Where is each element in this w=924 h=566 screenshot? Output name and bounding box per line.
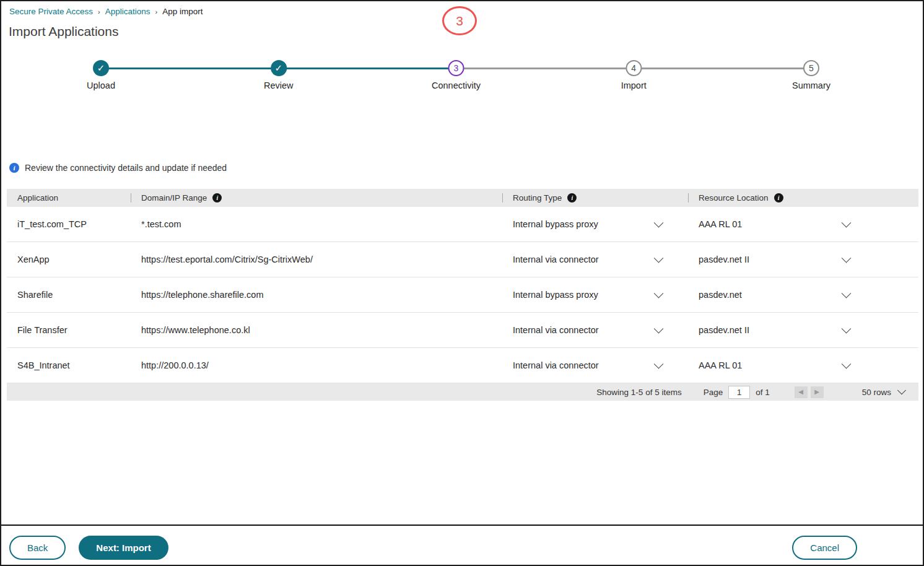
- previous-page-icon: ◀: [798, 389, 803, 395]
- column-info-icon[interactable]: i: [567, 193, 577, 202]
- cell-domain: https://www.telephone.co.kl: [131, 313, 502, 347]
- pagination-of-label: of 1: [756, 388, 770, 397]
- cell-resource-location[interactable]: AAA RL 01: [688, 348, 918, 383]
- application-value: Sharefile: [17, 290, 53, 300]
- rows-per-page-value[interactable]: 50 rows: [862, 388, 891, 397]
- breadcrumb-item-secure-private-access[interactable]: Secure Private Access: [9, 7, 93, 16]
- dropdown-chevron-down-icon[interactable]: [842, 218, 852, 228]
- cell-domain: http://200.0.0.13/: [131, 348, 502, 383]
- stepper-step-import: 4Import: [621, 60, 647, 90]
- cell-application: iT_test.com_TCP: [7, 207, 131, 242]
- footer-actions: Back Next: Import Cancel: [9, 534, 915, 560]
- breadcrumb: Secure Private Access›Applications›App i…: [9, 7, 203, 16]
- dropdown-chevron-down-icon[interactable]: [654, 253, 664, 263]
- table-row: Sharefilehttps://telephone.sharefile.com…: [7, 277, 918, 313]
- table-row: File Transferhttps://www.telephone.co.kl…: [7, 313, 918, 348]
- table-row: XenApphttps://test.eportal.com/Citrix/Sg…: [7, 242, 918, 277]
- page-title: Import Applications: [9, 24, 118, 39]
- domain-value: https://www.telephone.co.kl: [141, 325, 250, 335]
- domain-value: https://test.eportal.com/Citrix/Sg-Citri…: [141, 255, 313, 264]
- next-import-button[interactable]: Next: Import: [79, 536, 168, 560]
- cell-domain: https://telephone.sharefile.com: [131, 277, 502, 312]
- breadcrumb-item-app-import: App import: [162, 7, 203, 16]
- cell-domain: https://test.eportal.com/Citrix/Sg-Citri…: [131, 242, 502, 277]
- cell-routing-type[interactable]: Internal bypass proxy: [502, 207, 688, 242]
- back-button[interactable]: Back: [9, 536, 66, 560]
- resource-location-value: pasdev.net II: [699, 255, 749, 264]
- table-row: iT_test.com_TCP*.test.comInternal bypass…: [7, 207, 918, 242]
- cell-routing-type[interactable]: Internal via connector: [502, 242, 688, 277]
- pagination-showing-text: Showing 1-5 of 5 items: [596, 388, 681, 397]
- info-icon: i: [9, 163, 19, 173]
- next-page-button[interactable]: ▶: [811, 386, 824, 398]
- table-body: iT_test.com_TCP*.test.comInternal bypass…: [7, 207, 918, 383]
- application-value: XenApp: [17, 255, 50, 264]
- column-header-application: Application: [7, 189, 131, 207]
- wizard-stepper: ✓Upload✓Review3Connectivity4Import5Summa…: [101, 60, 811, 94]
- step-number-circle: 3: [448, 60, 464, 76]
- breadcrumb-separator: ›: [155, 8, 158, 15]
- step-label: Connectivity: [432, 81, 481, 90]
- stepper-step-connectivity: 3Connectivity: [432, 60, 481, 90]
- rows-per-page-chevron-down-icon[interactable]: [897, 386, 906, 394]
- page-number-input[interactable]: [728, 386, 750, 399]
- column-header-label: Domain/IP Range: [141, 193, 207, 202]
- application-value: S4B_Intranet: [17, 360, 70, 370]
- stepper-step-summary: 5Summary: [792, 60, 830, 90]
- step-completed-check-icon: ✓: [271, 60, 287, 76]
- cell-resource-location[interactable]: pasdev.net II: [688, 313, 918, 347]
- column-header-domain-ip-range: Domain/IP Rangei: [131, 189, 502, 207]
- column-info-icon[interactable]: i: [774, 193, 783, 202]
- pagination-bar: Showing 1-5 of 5 items Page of 1 ◀ ▶ 50 …: [7, 383, 918, 401]
- cell-resource-location[interactable]: pasdev.net: [688, 277, 918, 312]
- cell-domain: *.test.com: [131, 207, 502, 242]
- routing-type-value: Internal bypass proxy: [513, 290, 598, 300]
- cell-resource-location[interactable]: pasdev.net II: [688, 242, 918, 277]
- step-label: Review: [264, 81, 294, 90]
- table-row: S4B_Intranethttp://200.0.0.13/Internal v…: [7, 348, 918, 383]
- connectivity-table: ApplicationDomain/IP RangeiRouting Typei…: [7, 189, 918, 401]
- cell-routing-type[interactable]: Internal via connector: [502, 313, 688, 347]
- column-header-resource-location: Resource Locationi: [688, 189, 918, 207]
- dropdown-chevron-down-icon[interactable]: [654, 324, 664, 334]
- cell-routing-type[interactable]: Internal bypass proxy: [502, 277, 688, 312]
- annotation-number: 3: [456, 14, 463, 28]
- step-number-circle: 5: [803, 60, 819, 76]
- resource-location-value: pasdev.net II: [699, 325, 749, 335]
- dropdown-chevron-down-icon[interactable]: [842, 324, 852, 334]
- stepper-step-review: ✓Review: [264, 60, 294, 90]
- stepper-step-upload: ✓Upload: [87, 60, 115, 90]
- breadcrumb-item-applications[interactable]: Applications: [105, 7, 150, 16]
- dropdown-chevron-down-icon[interactable]: [654, 218, 664, 228]
- column-info-icon[interactable]: i: [212, 193, 222, 202]
- dropdown-chevron-down-icon[interactable]: [654, 289, 664, 298]
- routing-type-value: Internal via connector: [513, 360, 599, 370]
- cell-application: XenApp: [7, 242, 131, 277]
- step-number-circle: 4: [625, 60, 642, 76]
- previous-page-button[interactable]: ◀: [795, 386, 808, 398]
- info-banner-text: Review the connectivity details and upda…: [25, 163, 227, 173]
- dropdown-chevron-down-icon[interactable]: [842, 359, 852, 369]
- domain-value: http://200.0.0.13/: [141, 360, 209, 370]
- step-label: Import: [621, 81, 647, 90]
- dropdown-chevron-down-icon[interactable]: [654, 359, 664, 369]
- cell-resource-location[interactable]: AAA RL 01: [688, 207, 918, 242]
- import-applications-page: Secure Private Access›Applications›App i…: [0, 0, 924, 566]
- dropdown-chevron-down-icon[interactable]: [842, 253, 852, 263]
- cell-application: S4B_Intranet: [7, 348, 131, 383]
- cell-application: File Transfer: [7, 313, 131, 347]
- column-header-label: Routing Type: [513, 193, 562, 202]
- footer-divider: [1, 525, 923, 526]
- domain-value: *.test.com: [141, 219, 181, 229]
- cancel-button[interactable]: Cancel: [792, 536, 857, 560]
- dropdown-chevron-down-icon[interactable]: [842, 289, 852, 298]
- routing-type-value: Internal bypass proxy: [513, 219, 598, 229]
- cell-application: Sharefile: [7, 277, 131, 312]
- step-label: Summary: [792, 81, 830, 90]
- resource-location-value: AAA RL 01: [699, 360, 742, 370]
- step-label: Upload: [87, 81, 115, 90]
- pagination-page-label: Page: [704, 388, 723, 397]
- annotation-circle-3: 3: [442, 6, 477, 35]
- breadcrumb-separator: ›: [98, 8, 100, 15]
- cell-routing-type[interactable]: Internal via connector: [502, 348, 688, 383]
